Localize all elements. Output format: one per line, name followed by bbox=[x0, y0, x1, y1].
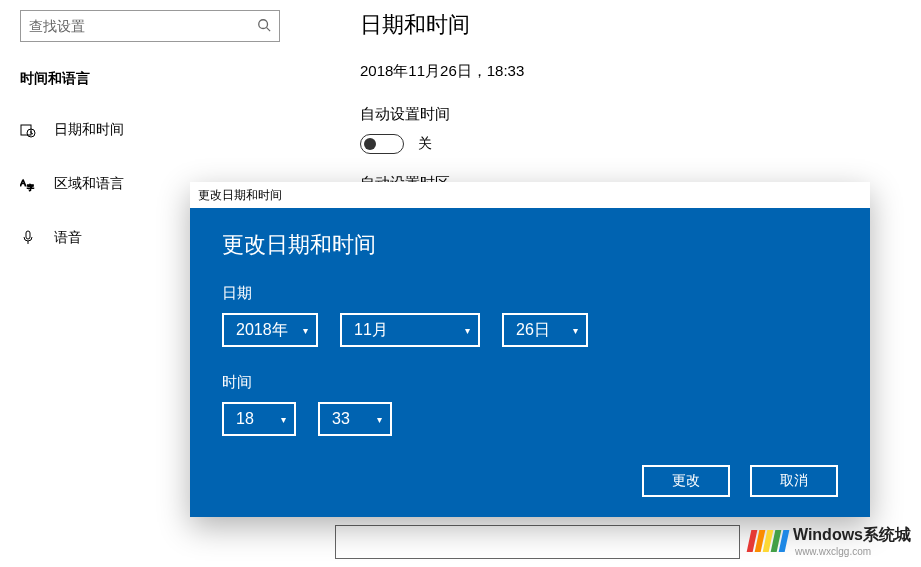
dialog-button-row: 更改 取消 bbox=[642, 465, 838, 497]
toggle-state-text: 关 bbox=[418, 135, 432, 153]
search-icon bbox=[257, 18, 271, 35]
sidebar-item-label: 区域和语言 bbox=[54, 175, 124, 193]
time-field-label: 时间 bbox=[222, 373, 838, 392]
sidebar-item-label: 日期和时间 bbox=[54, 121, 124, 139]
chevron-down-icon: ▾ bbox=[281, 414, 286, 425]
svg-text:A: A bbox=[20, 178, 26, 188]
region-icon: A字 bbox=[20, 176, 44, 192]
svg-text:字: 字 bbox=[27, 184, 34, 191]
sidebar-item-datetime[interactable]: 日期和时间 bbox=[20, 110, 310, 150]
svg-rect-2 bbox=[21, 125, 31, 135]
dialog-heading: 更改日期和时间 bbox=[222, 230, 838, 260]
chevron-down-icon: ▾ bbox=[303, 325, 308, 336]
month-dropdown[interactable]: 11月 ▾ bbox=[340, 313, 480, 347]
toggle-knob bbox=[364, 138, 376, 150]
hour-value: 18 bbox=[236, 410, 254, 428]
watermark-logo-icon bbox=[749, 530, 787, 552]
day-value: 26日 bbox=[516, 320, 550, 341]
search-box[interactable] bbox=[20, 10, 280, 42]
day-dropdown[interactable]: 26日 ▾ bbox=[502, 313, 588, 347]
microphone-icon bbox=[20, 230, 44, 246]
current-datetime: 2018年11月26日，18:33 bbox=[360, 62, 891, 81]
auto-time-toggle[interactable] bbox=[360, 134, 404, 154]
chevron-down-icon: ▾ bbox=[465, 325, 470, 336]
date-dropdown-row: 2018年 ▾ 11月 ▾ 26日 ▾ bbox=[222, 313, 838, 347]
page-title: 日期和时间 bbox=[360, 10, 891, 40]
datetime-icon bbox=[20, 122, 44, 138]
auto-time-label: 自动设置时间 bbox=[360, 105, 891, 124]
auto-time-toggle-row: 关 bbox=[360, 134, 891, 154]
svg-rect-8 bbox=[26, 231, 30, 239]
minute-value: 33 bbox=[332, 410, 350, 428]
hour-dropdown[interactable]: 18 ▾ bbox=[222, 402, 296, 436]
sidebar-section-title: 时间和语言 bbox=[20, 70, 310, 88]
month-value: 11月 bbox=[354, 320, 388, 341]
time-dropdown-row: 18 ▾ 33 ▾ bbox=[222, 402, 838, 436]
watermark-brand: Windows系统城 bbox=[793, 526, 911, 543]
minute-dropdown[interactable]: 33 ▾ bbox=[318, 402, 392, 436]
cancel-button[interactable]: 取消 bbox=[750, 465, 838, 497]
chevron-down-icon: ▾ bbox=[377, 414, 382, 425]
svg-point-0 bbox=[259, 19, 268, 28]
svg-line-1 bbox=[267, 27, 271, 31]
background-field bbox=[335, 525, 740, 559]
year-dropdown[interactable]: 2018年 ▾ bbox=[222, 313, 318, 347]
dialog-titlebar: 更改日期和时间 bbox=[190, 182, 870, 208]
watermark-url: www.wxclgg.com bbox=[795, 546, 911, 557]
date-field-label: 日期 bbox=[222, 284, 838, 303]
watermark: Windows系统城 www.wxclgg.com bbox=[749, 525, 911, 557]
year-value: 2018年 bbox=[236, 320, 288, 341]
confirm-button[interactable]: 更改 bbox=[642, 465, 730, 497]
dialog-body: 更改日期和时间 日期 2018年 ▾ 11月 ▾ 26日 ▾ 时间 18 ▾ 3 bbox=[190, 208, 870, 517]
sidebar-item-label: 语音 bbox=[54, 229, 82, 247]
chevron-down-icon: ▾ bbox=[573, 325, 578, 336]
search-input[interactable] bbox=[29, 18, 257, 34]
change-datetime-dialog: 更改日期和时间 更改日期和时间 日期 2018年 ▾ 11月 ▾ 26日 ▾ 时… bbox=[190, 182, 870, 517]
